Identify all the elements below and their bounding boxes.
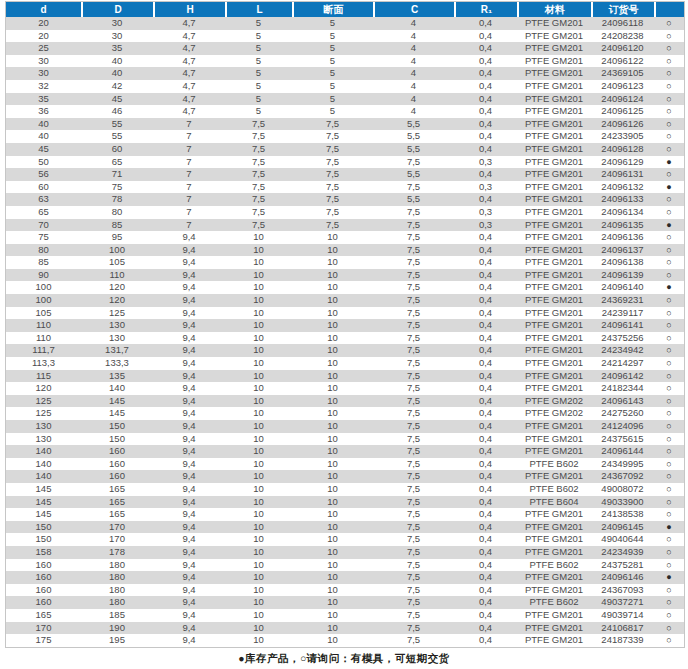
- cell-material: PTFE GM201: [517, 219, 591, 232]
- cell-order-number: 24234942: [591, 344, 654, 357]
- cell-order-number: 24096137: [591, 244, 654, 257]
- cell-d: 150: [6, 533, 81, 546]
- column-header-C: C: [373, 2, 454, 17]
- cell-material: PTFE GM201: [517, 508, 591, 521]
- cell-section: 10: [292, 533, 373, 546]
- cell-C: 7,5: [373, 496, 454, 509]
- cell-H: 9,4: [153, 470, 225, 483]
- cell-C: 7,5: [373, 433, 454, 446]
- cell-order-number: 24096131: [591, 168, 654, 181]
- cell-L: 7,5: [225, 168, 292, 181]
- cell-stock-indicator: ●: [654, 181, 684, 194]
- cell-D: 170: [81, 521, 153, 534]
- cell-section: 7,5: [292, 219, 373, 232]
- table-row: 20304,75540,4PTFE GM20124208238○: [6, 30, 684, 43]
- cell-C: 7,5: [373, 319, 454, 332]
- cell-material: PTFE GM201: [517, 420, 591, 433]
- cell-R1: 0,4: [454, 395, 517, 408]
- table-row: 1001209,410107,50,4PTFE GM20124369231○: [6, 294, 684, 307]
- table-row: 25354,75540,4PTFE GM20124096120○: [6, 42, 684, 55]
- cell-H: 7: [153, 168, 225, 181]
- table-row: 456077,57,55,50,4PTFE GM20124096128○: [6, 143, 684, 156]
- cell-C: 4: [373, 17, 454, 30]
- cell-material: PTFE B604: [517, 496, 591, 509]
- cell-R1: 0,4: [454, 30, 517, 43]
- cell-stock-indicator: ○: [654, 143, 684, 156]
- cell-material: PTFE GM201: [517, 370, 591, 383]
- cell-R1: 0,4: [454, 634, 517, 647]
- cell-section: 10: [292, 521, 373, 534]
- cell-R1: 0,4: [454, 521, 517, 534]
- cell-L: 7,5: [225, 206, 292, 219]
- cell-d: 145: [6, 508, 81, 521]
- cell-H: 4,7: [153, 42, 225, 55]
- cell-material: PTFE GM201: [517, 168, 591, 181]
- cell-R1: 0,4: [454, 319, 517, 332]
- cell-stock-indicator: ○: [654, 17, 684, 30]
- cell-D: 178: [81, 546, 153, 559]
- cell-section: 10: [292, 382, 373, 395]
- cell-C: 7,5: [373, 546, 454, 559]
- cell-D: 165: [81, 508, 153, 521]
- cell-C: 4: [373, 80, 454, 93]
- cell-stock-indicator: ○: [654, 168, 684, 181]
- cell-C: 7,5: [373, 231, 454, 244]
- cell-stock-indicator: ○: [654, 445, 684, 458]
- cell-order-number: 24369231: [591, 294, 654, 307]
- cell-stock-indicator: ○: [654, 596, 684, 609]
- cell-C: 7,5: [373, 407, 454, 420]
- table-row: 1051259,410107,50,4PTFE GM20124239117○: [6, 307, 684, 320]
- cell-R1: 0,4: [454, 470, 517, 483]
- cell-section: 7,5: [292, 168, 373, 181]
- cell-D: 105: [81, 256, 153, 269]
- cell-C: 4: [373, 42, 454, 55]
- cell-d: 111,7: [6, 344, 81, 357]
- cell-section: 10: [292, 332, 373, 345]
- cell-stock-indicator: ●: [654, 571, 684, 584]
- cell-D: 130: [81, 319, 153, 332]
- table-row: 901109,410107,50,4PTFE GM20124096139○: [6, 269, 684, 282]
- cell-material: PTFE GM201: [517, 307, 591, 320]
- cell-D: 35: [81, 42, 153, 55]
- cell-C: 7,5: [373, 256, 454, 269]
- cell-section: 7,5: [292, 193, 373, 206]
- cell-H: 7: [153, 193, 225, 206]
- cell-D: 150: [81, 420, 153, 433]
- cell-material: PTFE GM201: [517, 584, 591, 597]
- cell-order-number: 24096132: [591, 181, 654, 194]
- table-row: 30404,75540,4PTFE GM20124096122○: [6, 55, 684, 68]
- cell-H: 7: [153, 181, 225, 194]
- table-row: 36464,75540,4PTFE GM20124096125○: [6, 105, 684, 118]
- cell-d: 100: [6, 294, 81, 307]
- cell-order-number: 24375615: [591, 433, 654, 446]
- cell-L: 10: [225, 622, 292, 635]
- cell-H: 9,4: [153, 382, 225, 395]
- cell-C: 7,5: [373, 559, 454, 572]
- cell-L: 7,5: [225, 219, 292, 232]
- cell-L: 5: [225, 67, 292, 80]
- cell-H: 9,4: [153, 231, 225, 244]
- cell-H: 9,4: [153, 584, 225, 597]
- cell-d: 170: [6, 622, 81, 635]
- cell-R1: 0,4: [454, 281, 517, 294]
- cell-H: 9,4: [153, 571, 225, 584]
- cell-R1: 0,4: [454, 382, 517, 395]
- cell-section: 10: [292, 571, 373, 584]
- cell-stock-indicator: ○: [654, 130, 684, 143]
- cell-d: 90: [6, 269, 81, 282]
- cell-H: 9,4: [153, 307, 225, 320]
- cell-order-number: 24367093: [591, 584, 654, 597]
- cell-C: 7,5: [373, 470, 454, 483]
- table-row: 607577,57,57,50,3PTFE GM20124096132●: [6, 181, 684, 194]
- cell-R1: 0,4: [454, 143, 517, 156]
- cell-section: 10: [292, 458, 373, 471]
- cell-d: 125: [6, 395, 81, 408]
- cell-order-number: 24096129: [591, 156, 654, 169]
- cell-stock-indicator: ○: [654, 483, 684, 496]
- cell-H: 9,4: [153, 458, 225, 471]
- table-row: 567177,57,55,50,4PTFE GM20124096131○: [6, 168, 684, 181]
- cell-H: 9,4: [153, 609, 225, 622]
- cell-order-number: 24106817: [591, 622, 654, 635]
- cell-section: 10: [292, 244, 373, 257]
- cell-R1: 0,4: [454, 571, 517, 584]
